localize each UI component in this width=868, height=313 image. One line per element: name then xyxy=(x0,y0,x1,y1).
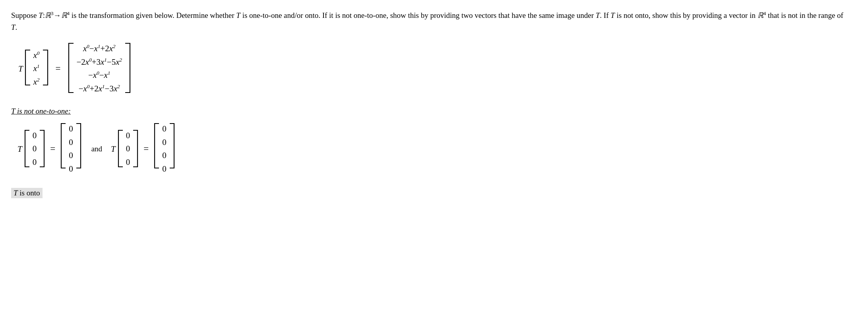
equals-sign: = xyxy=(56,64,61,74)
rhs-in-row-1: 0 xyxy=(126,143,130,155)
output-row-2: −x0−x1 xyxy=(77,69,122,82)
input-row-2: x2 xyxy=(33,76,40,89)
equals-lhs: = xyxy=(50,144,55,154)
T-main: T xyxy=(18,64,23,74)
codomain-ref: ℝ xyxy=(758,11,763,19)
transformation-definition: T x0 x1 x2 = x0−x1+2x2 −2x0+3x1−5x2 −x0−… xyxy=(18,42,857,96)
domain-exp: 3 xyxy=(51,10,54,16)
rhs-out-row-2: 0 xyxy=(162,149,167,162)
lhs-in-row-2: 0 xyxy=(33,156,37,169)
rhs-input-cells: 0 0 0 xyxy=(124,129,132,170)
left-bracket-lhs-in xyxy=(23,129,31,168)
lhs-in-row-1: 0 xyxy=(33,143,37,155)
lhs-out-row-2: 0 xyxy=(69,149,73,162)
output-cells: x0−x1+2x2 −2x0+3x1−5x2 −x0−x1 −x0+2x1−3x… xyxy=(75,42,124,96)
left-bracket-rhs-in xyxy=(116,129,124,168)
lhs-output-matrix: 0 0 0 0 xyxy=(59,122,83,176)
lhs-input-matrix: 0 0 0 xyxy=(23,129,46,170)
codomain-ref-exp: 4 xyxy=(763,10,766,16)
onto-statement: T is onto xyxy=(11,188,43,198)
left-bracket-lhs-out xyxy=(59,122,67,170)
rhs-output-matrix: 0 0 0 0 xyxy=(153,122,176,176)
right-bracket-rhs-out xyxy=(168,122,176,170)
output-matrix: x0−x1+2x2 −2x0+3x1−5x2 −x0−x1 −x0+2x1−3x… xyxy=(66,42,133,96)
T-ref4: T xyxy=(11,23,15,31)
lhs-output-cells: 0 0 0 0 xyxy=(67,122,75,176)
T-ref3: T xyxy=(610,11,615,19)
rhs-in-row-0: 0 xyxy=(126,129,130,142)
left-bracket-input xyxy=(23,48,32,87)
T-ref2: T xyxy=(596,11,600,19)
rhs-out-row-1: 0 xyxy=(162,136,167,149)
not-one-to-one-answer: T 0 0 0 = 0 0 0 0 and T xyxy=(17,122,857,176)
T-ans1: T xyxy=(17,144,22,154)
T-symbol: T xyxy=(39,11,43,19)
T-ans2: T xyxy=(111,144,116,154)
T-ref1: T xyxy=(236,11,240,19)
lhs-out-row-3: 0 xyxy=(69,163,73,176)
input-matrix: x0 x1 x2 xyxy=(23,48,50,89)
rhs-in-row-2: 0 xyxy=(126,156,130,169)
input-row-0: x0 xyxy=(33,49,40,62)
rhs-output-cells: 0 0 0 0 xyxy=(161,122,168,176)
left-bracket-rhs-out xyxy=(153,122,161,170)
input-cells: x0 x1 x2 xyxy=(32,48,41,89)
onto-text: is onto xyxy=(19,189,40,197)
right-bracket-lhs-out xyxy=(75,122,83,170)
right-bracket-output xyxy=(124,42,132,94)
lhs-out-row-1: 0 xyxy=(69,136,73,149)
lhs-input-cells: 0 0 0 xyxy=(31,129,39,170)
right-bracket-rhs-in xyxy=(132,129,140,168)
problem-statement: Suppose T:ℝ3→ℝ4 is the transformation gi… xyxy=(11,10,846,33)
and-label: and xyxy=(91,145,102,153)
rhs-out-row-0: 0 xyxy=(162,123,167,135)
domain-symbol: ℝ xyxy=(45,11,51,19)
output-row-0: x0−x1+2x2 xyxy=(77,43,122,55)
output-row-3: −x0+2x1−3x2 xyxy=(77,83,122,95)
right-bracket-input xyxy=(41,48,50,87)
equals-rhs: = xyxy=(143,144,149,154)
lhs-in-row-0: 0 xyxy=(33,129,37,142)
rhs-input-matrix: 0 0 0 xyxy=(116,129,140,170)
output-row-1: −2x0+3x1−5x2 xyxy=(77,56,122,69)
codomain-exp: 4 xyxy=(67,10,70,16)
input-row-1: x1 xyxy=(33,62,40,75)
T-heading: T xyxy=(11,107,15,115)
codomain-symbol: ℝ xyxy=(61,11,67,19)
lhs-out-row-0: 0 xyxy=(69,123,73,135)
right-bracket-lhs-in xyxy=(38,129,46,168)
not-one-to-one-heading: T is not one-to-one: xyxy=(11,107,857,116)
left-bracket-output xyxy=(66,42,75,94)
rhs-out-row-3: 0 xyxy=(162,163,167,176)
T-onto: T xyxy=(14,189,18,197)
